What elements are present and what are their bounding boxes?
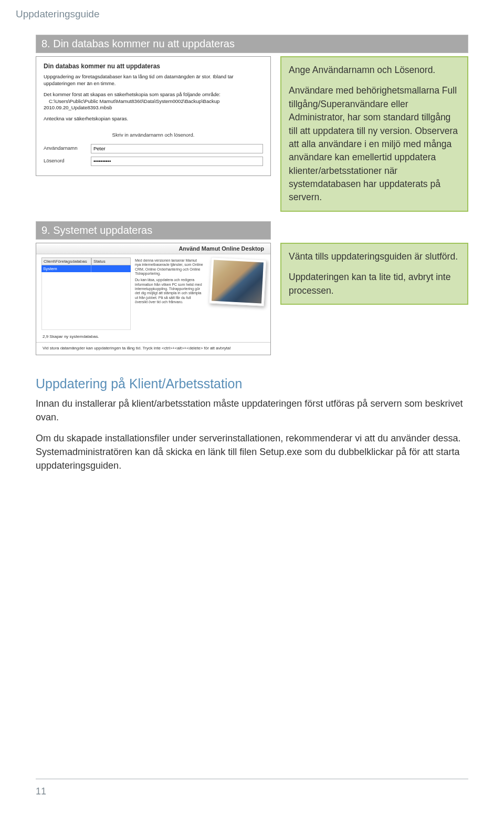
footer-divider	[36, 779, 468, 779]
username-input[interactable]	[91, 144, 263, 153]
callout-step9: Vänta tills uppdateringsguiden är slutfö…	[280, 243, 468, 305]
progress-status: 2,9 Skapar ny systemdatabas.	[36, 333, 270, 340]
status-table: Client\Företagsdatabas Status System	[41, 257, 131, 331]
table-cell: System	[41, 265, 91, 272]
dialog-subtitle: Skriv in användarnamn och lösenord.	[36, 132, 270, 139]
dialog2-footer: Vid stora datamängder kan uppdateringen …	[36, 343, 270, 355]
callout-text: Vänta tills uppdateringsguiden är slutfö…	[289, 250, 460, 263]
table-header: Client\Företagsdatabas	[41, 257, 91, 265]
table-header: Status	[91, 257, 131, 265]
dialog-title: Din databas kommer nu att uppdateras	[36, 57, 270, 74]
dialog2-header: Använd Mamut Online Desktop	[36, 243, 270, 254]
step-8-bar: 8. Din databas kommer nu att uppdateras	[36, 35, 468, 53]
promo-photo	[209, 257, 266, 306]
section-heading: Uppdatering på Klient/Arbetsstation	[36, 376, 468, 391]
dialog-database-update: Din databas kommer nu att uppdateras Upp…	[36, 56, 271, 176]
body-paragraph: Om du skapade installationsfiler under s…	[36, 431, 468, 472]
callout-text: Användare med behörighetsmallarna Full t…	[289, 84, 460, 204]
backup-path: C:\Users\Public\Public Mamut\Mamut8360\D…	[44, 98, 219, 111]
dialog-text: Uppgradering av företagsdatabaser kan ta…	[44, 74, 263, 87]
dialog2-description: Med denna versionen lanserar Mamut nya i…	[135, 257, 203, 331]
step-9-bar: 9. Systemet uppdateras	[36, 221, 271, 240]
callout-text: Uppdateringen kan ta lite tid, avbryt in…	[289, 271, 460, 297]
table-row: System	[41, 265, 131, 272]
label-password: Lösenord	[44, 158, 91, 164]
table-cell	[91, 265, 131, 272]
password-input[interactable]	[91, 157, 263, 166]
callout-text: Ange Användarnamn och Lösenord.	[289, 64, 460, 77]
label-username: Användarnamn	[44, 145, 91, 152]
dialog-system-update: Använd Mamut Online Desktop Client\Föret…	[36, 243, 271, 355]
dialog-text: Det kommer först att skapas en säkerhets…	[44, 91, 263, 111]
body-paragraph: Innan du installerar på klient/arbetssta…	[36, 397, 468, 424]
page-header: Uppdateringsguide	[16, 8, 100, 20]
dialog-text: Anteckna var säkerhetskopian sparas.	[44, 116, 263, 122]
callout-step8: Ange Användarnamn och Lösenord. Användar…	[280, 56, 468, 212]
page-number: 11	[36, 786, 46, 797]
